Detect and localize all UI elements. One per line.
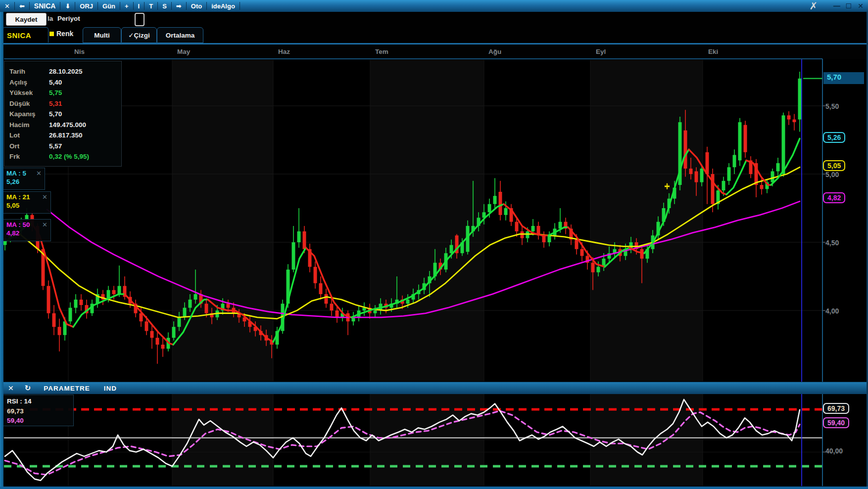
titlebar-item-ORJ[interactable]: ORJ <box>75 2 97 10</box>
window-left-border <box>0 12 3 489</box>
info-row: Lot26.817.350 <box>9 130 121 141</box>
month-label-Ağu: Ağu <box>488 48 501 55</box>
window-bottom-border <box>0 487 868 489</box>
titlebar-item-icon[interactable]: ✕ <box>0 2 14 10</box>
price-tick-label: 5,50 <box>825 102 839 110</box>
rsi-signal-value: 59,40 <box>7 416 73 426</box>
ma-value: 5,05 <box>6 201 48 211</box>
indicator-refresh-icon[interactable]: ↻ <box>19 384 37 393</box>
month-label-Eyl: Eyl <box>596 48 606 55</box>
maximize-button[interactable]: ☐ <box>844 2 853 10</box>
info-row: Hacim149.475.000 <box>9 120 121 131</box>
info-row: Yüksek5,75 <box>9 88 121 98</box>
ma-name: MA : 21 <box>6 193 30 201</box>
ind-button[interactable]: IND <box>97 385 124 392</box>
month-label-Haz: Haz <box>278 48 290 55</box>
time-axis <box>4 44 868 59</box>
close-button[interactable]: ✕ <box>856 2 865 10</box>
ma-legend-2: MA : 50✕4,82 <box>2 219 51 241</box>
info-row: Frk0,32 (% 5,95) <box>9 151 121 162</box>
titlebar-item-icon[interactable]: ⬇ <box>60 2 75 10</box>
trading-app-window: ✕⬅SNICA⬇ORJGün+ITS➡OtoideAlgo ✗ —☐✕ Kayd… <box>0 0 868 489</box>
cursor-x-icon: ✗ <box>807 0 820 12</box>
tab-symbol[interactable]: SNICA <box>2 27 48 43</box>
rsi-value: 69,73 <box>7 406 73 416</box>
month-label-Nis: Nis <box>74 48 85 55</box>
ma-value: 5,26 <box>6 177 42 187</box>
indicator-toolbar: ✕ ↻ PARAMETRE IND <box>0 382 868 394</box>
month-label-May: May <box>177 48 190 55</box>
titlebar-item-S[interactable]: S <box>158 2 171 10</box>
chart-canvas[interactable] <box>0 0 868 489</box>
titlebar-item-Oto[interactable]: Oto <box>187 2 206 10</box>
month-label-Tem: Tem <box>375 48 388 55</box>
tab-cizgi[interactable]: ✓Çizgi <box>121 27 157 43</box>
partial-label: la <box>48 15 53 22</box>
info-row: Açılış5,40 <box>9 77 121 88</box>
close-icon[interactable]: ✕ <box>42 193 48 201</box>
price-tick-label: 4,50 <box>825 239 839 247</box>
close-icon[interactable]: ✕ <box>36 170 42 177</box>
tab-ortalama[interactable]: Ortalama <box>157 27 203 43</box>
titlebar-item-SNICA[interactable]: SNICA <box>30 2 60 10</box>
chart-top-border <box>0 43 868 44</box>
kaydet-tooltip: Kaydet <box>6 13 47 26</box>
titlebar-item-icon[interactable]: ➡ <box>172 2 186 10</box>
renk-control[interactable]: Renk <box>49 30 73 38</box>
title-bar: ✕⬅SNICA⬇ORJGün+ITS➡OtoideAlgo <box>0 0 868 12</box>
ma-price-label: 5,05 <box>823 160 845 171</box>
rsi-legend: RSI : 14 69,73 59,40 <box>2 395 74 426</box>
info-row: Ort5,57 <box>9 141 121 152</box>
separator <box>240 2 240 10</box>
ma-price-label: 5,26 <box>823 132 845 143</box>
secondary-toolbar <box>0 12 868 27</box>
symbol-label: SNICA <box>7 31 31 40</box>
info-row: Düşük5,31 <box>9 98 121 109</box>
titlebar-item-ideAlgo[interactable]: ideAlgo <box>207 2 240 10</box>
ma-price-label: 4,82 <box>823 192 845 203</box>
titlebar-item-icon[interactable]: ⬅ <box>15 2 29 10</box>
ma-value: 4,82 <box>6 228 48 238</box>
rsi-value-label: 59,40 <box>823 417 849 428</box>
rsi-value-label: 69,73 <box>823 403 849 414</box>
ma-name: MA : 5 <box>6 170 26 177</box>
ma-legend-1: MA : 21✕5,05 <box>2 191 51 214</box>
close-icon[interactable]: ✕ <box>42 221 48 228</box>
titlebar-item-Giconn[interactable]: Gün <box>98 2 120 10</box>
window-controls: —☐✕ <box>832 0 865 12</box>
parametre-button[interactable]: PARAMETRE <box>37 385 97 392</box>
info-row: Kapanış5,70 <box>9 109 121 120</box>
ma-legend-0: MA : 5✕5,26 <box>2 168 45 190</box>
price-tick-label: 4,00 <box>825 307 839 315</box>
rsi-tick-label: 40,00 <box>825 447 843 455</box>
time-axis-border <box>4 58 822 59</box>
ohlc-info-box: Tarih28.10.2025Açılış5,40Yüksek5,75Düşük… <box>4 61 122 167</box>
periyot-label[interactable]: Periyot <box>57 15 80 22</box>
titlebar-item-T[interactable]: T <box>145 2 157 10</box>
titlebar-item-icon[interactable]: + <box>120 2 133 10</box>
tab-multi[interactable]: Multi <box>83 27 121 43</box>
month-label-Eki: Eki <box>708 48 718 55</box>
toolbar-input[interactable] <box>135 13 145 26</box>
ma-name: MA : 50 <box>6 221 30 228</box>
price-tick-label: 5,00 <box>825 171 839 178</box>
color-swatch-icon <box>49 32 54 36</box>
renk-label: Renk <box>56 30 73 38</box>
minimize-button[interactable]: — <box>832 2 841 10</box>
titlebar-item-I[interactable]: I <box>134 2 145 10</box>
rsi-title: RSI : 14 <box>7 397 73 406</box>
info-row: Tarih28.10.2025 <box>9 66 121 77</box>
current-price-label: 5,70 <box>823 72 864 84</box>
